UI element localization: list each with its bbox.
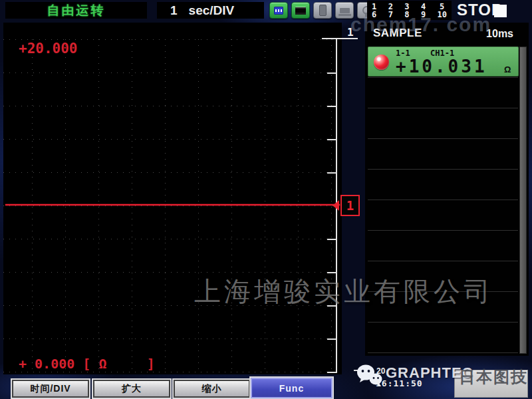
channel-number: 3 [404, 3, 409, 11]
channel-number: 8 [404, 11, 409, 19]
channel-row-separator [368, 261, 518, 261]
channel-row-separator [368, 77, 518, 78]
computer-icon [335, 2, 354, 19]
disk-glyph [295, 7, 306, 15]
timebase-unit: sec/DIV [189, 3, 235, 18]
grid-line-vertical [98, 39, 99, 374]
time-div-button[interactable]: 时间/DIV [12, 380, 89, 398]
channel-row-separator [368, 169, 518, 170]
grid-line-vertical [265, 39, 265, 374]
grid-line-horizontal [3, 106, 338, 106]
grid-line-horizontal [3, 39, 338, 40]
trace-marker-arrow-icon [332, 200, 339, 211]
func-button[interactable]: Func [251, 378, 332, 398]
grid-line-vertical [198, 39, 199, 374]
channel-number: 6 [372, 11, 376, 19]
grid-line-vertical [165, 39, 166, 374]
channel-number: 1 [372, 3, 376, 11]
scale-upper-limit: +20.000 [19, 41, 78, 57]
channel-number: 2 [388, 3, 393, 11]
scale-channel-number: 1 [347, 26, 354, 39]
usb-stick-icon [313, 2, 332, 19]
grid-line-horizontal [3, 72, 338, 73]
grid-line-vertical [132, 39, 132, 374]
scale-lower-limit: + 0.000 [ Ω ] [19, 356, 155, 372]
channel1-trace [5, 204, 340, 205]
grid-line-horizontal [3, 305, 338, 306]
channel-list-scrollbar[interactable] [519, 47, 527, 354]
grid-line-horizontal [3, 338, 338, 339]
trace-position-marker[interactable]: 1 [340, 195, 360, 216]
grid-line-horizontal [3, 239, 338, 239]
plot-grid [3, 23, 342, 374]
computer-glyph [340, 8, 350, 13]
channel-number: 7 [388, 11, 393, 19]
grid-line-vertical [331, 39, 332, 374]
timebase-display: 1 sec/DIV [157, 2, 264, 19]
channel-row-separator [368, 108, 518, 108]
clock-time: 16:11:50 [376, 378, 423, 388]
channel-row-separator [368, 291, 518, 292]
memory-card-icon [269, 2, 288, 19]
channel-rows [365, 23, 529, 356]
disk-icon [291, 2, 310, 19]
channel-number: 9 [421, 11, 426, 19]
grid-line-vertical [231, 39, 232, 374]
grid-line-horizontal [3, 205, 338, 206]
grid-line-horizontal [3, 139, 338, 140]
channel-row-separator [368, 322, 518, 323]
zoom-in-button[interactable]: 扩大 [93, 380, 170, 398]
channel-row-separator [368, 138, 518, 139]
datalogger-screen: 自由运转 1 sec/DIV 16 27 38 49 510 STOP +20.… [0, 0, 532, 399]
clock-date: 20 [376, 366, 385, 376]
grid-line-vertical [298, 39, 299, 374]
grid-line-vertical [65, 39, 66, 374]
stop-indicator-square [494, 5, 507, 17]
usb-glyph [319, 5, 327, 16]
grid-line-horizontal [3, 372, 338, 372]
channel-number: 5 [440, 3, 444, 11]
grid-line-vertical [32, 39, 33, 374]
media-status-icons [269, 2, 376, 19]
timebase-value: 1 [170, 3, 178, 18]
channel-number: 10 [438, 11, 447, 19]
channel-row-separator [368, 352, 518, 353]
channel-panel: SAMPLE 10ms 1-1 CH1-1 +10.031 Ω [365, 23, 529, 356]
channel-number-grid: 16 27 38 49 510 [367, 1, 452, 20]
bezel-plate [454, 370, 528, 398]
memory-card-glyph [274, 7, 283, 15]
zoom-out-button[interactable]: 缩小 [174, 380, 250, 398]
channel-row-separator [368, 230, 518, 231]
waveform-plot: +20.000 + 0.000 [ Ω ] [3, 23, 342, 374]
channel-row-separator [368, 200, 518, 200]
run-mode-display: 自由运转 [5, 2, 147, 19]
channel-number: 4 [421, 3, 426, 11]
grid-line-horizontal [3, 272, 338, 273]
grid-line-horizontal [3, 172, 338, 173]
run-mode-label: 自由运转 [47, 2, 106, 19]
